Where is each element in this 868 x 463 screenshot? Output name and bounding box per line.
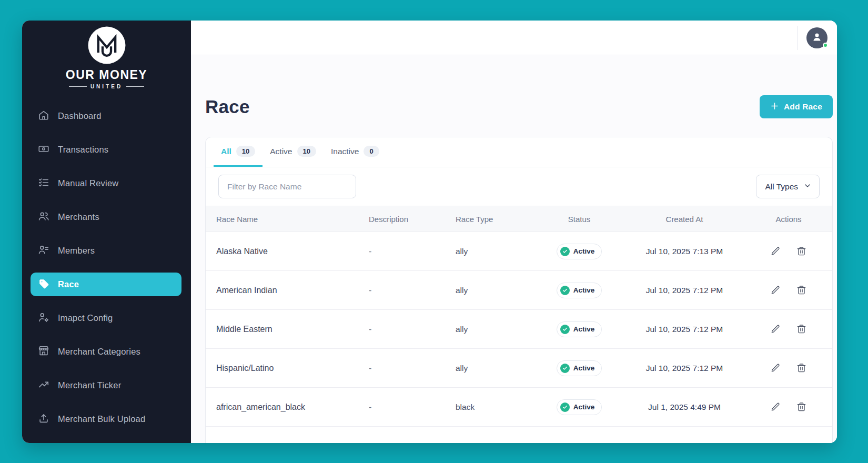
column-header-created-at: Created At [624,215,745,224]
race-table: Race Name Description Race Type Status C… [206,206,832,443]
description-cell: - [369,247,456,256]
user-avatar[interactable] [806,27,827,48]
brand-subname: UNITED [90,84,123,89]
app-window: OUR MONEY UNITED Dashboard [22,21,837,443]
brand-rule-right [126,86,144,87]
check-circle-icon [560,325,570,334]
checklist-icon [38,177,49,190]
table-row: african_american_black - black Active Ju… [206,387,832,426]
page-title: Race [205,96,250,117]
race-type-cell: ally [456,325,534,334]
person-icon [811,31,823,45]
tab-inactive[interactable]: Inactive 0 [324,137,387,167]
sidebar-item-label: Merchant Ticker [58,380,121,390]
description-cell: - [369,325,456,334]
sidebar-item-dashboard[interactable]: Dashboard [31,104,181,128]
delete-button[interactable] [795,284,808,296]
table-header-row: Race Name Description Race Type Status C… [206,206,832,232]
check-circle-icon [560,402,570,412]
status-badge: Active [557,360,602,376]
brand-name: OUR MONEY [66,68,147,82]
tag-icon [38,278,49,291]
banknote-icon [38,143,49,157]
table-row: Hispanic/Latino - ally Active Jul 10, 20… [206,348,832,387]
race-panel: All 10 Active 10 Inactive 0 [205,137,833,443]
race-name-cell: American Indian [206,286,369,295]
add-race-button[interactable]: Add Race [760,95,833,118]
tab-inactive-label: Inactive [331,147,359,156]
status-badge: Active [557,283,602,298]
topbar [191,21,837,55]
race-name-cell: Hispanic/Latino [206,364,369,373]
trending-up-icon [38,379,49,392]
home-icon [38,109,49,123]
sidebar-item-manual-review[interactable]: Manual Review [31,172,181,195]
edit-button[interactable] [770,401,782,413]
race-type-cell: ally [456,364,534,373]
chevron-down-icon [803,182,812,192]
column-header-actions: Actions [745,215,832,224]
delete-button[interactable] [795,362,808,374]
upload-icon [38,412,49,426]
person-list-icon [38,244,49,258]
description-cell: - [369,364,456,373]
created-at-cell: Jul 10, 2025 7:13 PM [624,247,745,256]
created-at-cell: Jul 10, 2025 7:12 PM [624,364,745,373]
table-row: Middle Eastern - ally Active Jul 10, 202… [206,309,832,348]
sidebar-item-label: Manual Review [58,178,118,188]
delete-button[interactable] [795,323,808,335]
tab-all-label: All [221,147,231,156]
tab-inactive-count-badge: 0 [364,146,379,157]
column-header-race-type: Race Type [456,215,534,224]
race-name-filter-input[interactable] [218,175,356,198]
tab-all-count-badge: 10 [236,146,255,157]
column-header-description: Description [369,215,456,224]
edit-button[interactable] [770,323,782,335]
sidebar: OUR MONEY UNITED Dashboard [22,21,191,443]
type-filter-value: All Types [765,182,798,192]
delete-button[interactable] [795,401,808,413]
people-icon [38,210,49,224]
column-header-race-name: Race Name [206,215,369,224]
sidebar-item-imapct-config[interactable]: Imapct Config [31,306,181,330]
delete-button[interactable] [795,245,808,257]
edit-button[interactable] [770,362,782,374]
type-filter-select[interactable]: All Types [756,175,820,198]
sidebar-item-label: Race [58,279,79,289]
sidebar-item-race[interactable]: Race [31,273,181,296]
sidebar-item-merchant-categories[interactable]: Merchant Categories [31,340,181,364]
created-at-cell: Jul 10, 2025 7:12 PM [624,286,745,295]
sidebar-item-members[interactable]: Members [31,239,181,263]
column-header-status: Status [534,215,624,224]
race-type-cell: black [456,402,534,412]
sidebar-item-label: Transactions [58,145,108,155]
person-gear-icon [38,311,49,325]
sidebar-item-merchant-ticker[interactable]: Merchant Ticker [31,374,181,397]
plus-icon [770,102,779,113]
table-row-partial [206,426,832,443]
race-type-cell: ally [456,286,534,295]
sidebar-item-merchants[interactable]: Merchants [31,205,181,229]
edit-button[interactable] [770,284,782,296]
status-badge: Active [557,321,602,337]
race-name-cell: Alaska Native [206,247,369,256]
edit-button[interactable] [770,245,782,257]
online-status-dot [823,43,828,48]
description-cell: - [369,286,456,295]
page-content: Race Add Race All 10 [191,55,837,443]
brand-monogram-icon [87,26,126,65]
tab-active[interactable]: Active 10 [263,137,324,167]
sidebar-item-merchant-bulk-upload[interactable]: Merchant Bulk Upload [31,407,181,431]
status-badge: Active [557,244,602,259]
brand-rule-left [69,86,87,87]
sidebar-nav: Dashboard Transactions Manual Review [22,104,191,431]
sidebar-item-label: Imapct Config [58,313,113,323]
sidebar-item-transactions[interactable]: Transactions [31,138,181,162]
filter-bar: All Types [206,167,832,206]
created-at-cell: Jul 1, 2025 4:49 PM [624,402,745,412]
tab-all[interactable]: All 10 [214,137,263,167]
sidebar-item-label: Dashboard [58,111,102,121]
status-tabs: All 10 Active 10 Inactive 0 [206,137,832,167]
check-circle-icon [560,247,570,256]
status-badge: Active [557,399,602,415]
